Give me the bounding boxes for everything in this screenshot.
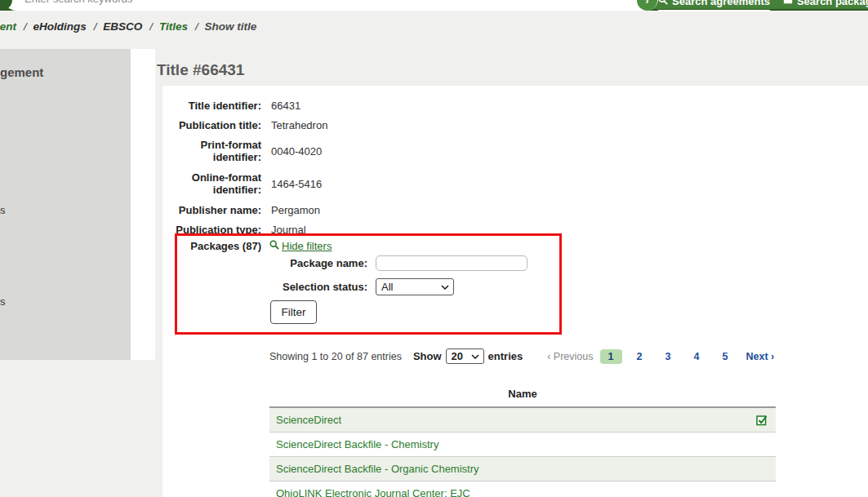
breadcrumb-separator: / [24,20,27,33]
detail-row-title-identifier: Title identifier: 66431 [162,95,868,115]
pagination-summary: Showing 1 to 20 of 87 entries [269,351,402,362]
detail-value: 66431 [271,100,300,112]
detail-value: Tetrahedron [271,119,327,131]
packages-count-row: Packages (87) Hide filters [177,240,559,252]
package-name-filter-row: Package name: [177,255,559,271]
hide-filters-label: Hide filters [282,240,332,252]
breadcrumb: gement/ eHoldings/ EBSCO/ Titles/ Show t… [0,20,260,33]
page-size-select-wrap: 20 [446,348,484,364]
breadcrumb-item-titles[interactable]: Titles [159,20,188,33]
selected-checkbox-icon [756,415,768,426]
entries-label: entries [488,350,523,362]
package-link-sciencedirect[interactable]: ScienceDirect [276,414,341,426]
search-agreements-label: Search agreements [672,0,770,7]
sidebar-heading: gement [0,65,43,79]
detail-label: Online-format identifier: [162,171,261,196]
detail-value: 1464-5416 [271,178,322,190]
selection-status-label: Selection status: [177,281,367,293]
topbar-links: Search agreements Search packag [658,0,868,11]
package-link-sd-backfile-organic-chemistry[interactable]: ScienceDirect Backfile - Organic Chemist… [276,463,479,475]
breadcrumb-item-ebsco[interactable]: EBSCO [103,20,142,33]
packages-count-label: Packages (87) [177,240,261,252]
detail-value: 0040-4020 [271,145,322,158]
breadcrumb-separator: / [94,20,97,33]
next-page-link[interactable]: Next › [746,351,775,362]
package-link-ohiolink-ejc[interactable]: OhioLINK Electronic Journal Center: EJC [276,487,470,497]
filter-button[interactable]: Filter [270,300,317,324]
breadcrumb-separator: / [149,20,153,33]
sidebar: gement s s [0,49,155,360]
topbar: › Search agreements Search packag [0,0,868,11]
page-link-5[interactable]: 5 [714,349,737,364]
page-link-1[interactable]: 1 [600,349,622,364]
detail-row-online-format: Online-format identifier: 1464-5416 [162,167,868,200]
show-label: Show [413,350,442,362]
detail-row-print-format: Print-format identifier: 0040-4020 [162,135,868,167]
detail-row-publication-title: Publication title: Tetrahedron [162,115,868,135]
packages-table: Name ScienceDirect ScienceDirect Backfil… [269,383,776,497]
search-icon [658,0,668,7]
selection-status-filter-row: Selection status: All [177,278,559,295]
detail-label: Title identifier: [162,100,261,112]
breadcrumb-item-eholdings[interactable]: eHoldings [33,20,87,33]
search-agreements-link[interactable]: Search agreements [658,0,770,11]
hide-filters-link[interactable]: Hide filters [269,240,332,252]
page-link-2[interactable]: 2 [629,349,651,364]
table-body: ScienceDirect ScienceDirect Backfile - C… [269,406,776,497]
pagination-bar: Showing 1 to 20 of 87 entries Show 20 en… [269,348,774,364]
app-window: › Search agreements Search packag gement… [0,0,868,497]
sidebar-panel: gement s s [0,49,131,360]
detail-label: Print-format identifier: [162,139,261,163]
sidebar-item-1[interactable]: s [0,204,6,216]
packages-filter-highlight-box: Packages (87) Hide filters Package name:… [175,233,562,335]
detail-label: Publication title: [162,119,261,131]
page-size-select[interactable]: 20 [447,349,483,363]
package-link-sd-backfile-chemistry[interactable]: ScienceDirect Backfile - Chemistry [276,438,438,450]
previous-page-link[interactable]: ‹ Previous [547,351,593,362]
detail-label: Publisher name: [162,204,261,216]
breadcrumb-item-show-title: Show title [204,20,256,33]
breadcrumb-separator: / [195,20,198,33]
search-packages-link[interactable]: Search packag [783,0,868,10]
sidebar-item-2[interactable]: s [0,295,6,308]
detail-value: Pergamon [271,204,320,216]
global-search-input[interactable] [24,0,629,9]
title-details: Title identifier: 66431 Publication titl… [162,86,868,239]
package-icon [783,0,793,7]
breadcrumb-item-management[interactable]: gement [0,20,16,33]
selection-status-select-wrap: All [376,278,454,295]
filter-search-icon [269,240,279,252]
table-row: OhioLINK Electronic Journal Center: EJC [269,481,776,497]
table-row: ScienceDirect [269,408,776,433]
package-name-input[interactable] [376,255,527,271]
page-title: Title #66431 [157,61,244,79]
page-link-4[interactable]: 4 [686,349,708,364]
table-row: ScienceDirect Backfile - Organic Chemist… [269,457,776,481]
page-link-3[interactable]: 3 [657,349,679,364]
search-packages-label: Search packag [797,0,868,7]
package-name-label: Package name: [177,257,367,269]
table-row: ScienceDirect Backfile - Chemistry [269,433,776,457]
selection-status-select[interactable]: All [376,279,453,295]
title-record-panel: Title identifier: 66431 Publication titl… [162,86,868,497]
table-header-name: Name [269,383,776,406]
global-search-pill [5,0,658,11]
detail-row-publisher-name: Publisher name: Pergamon [162,200,868,220]
